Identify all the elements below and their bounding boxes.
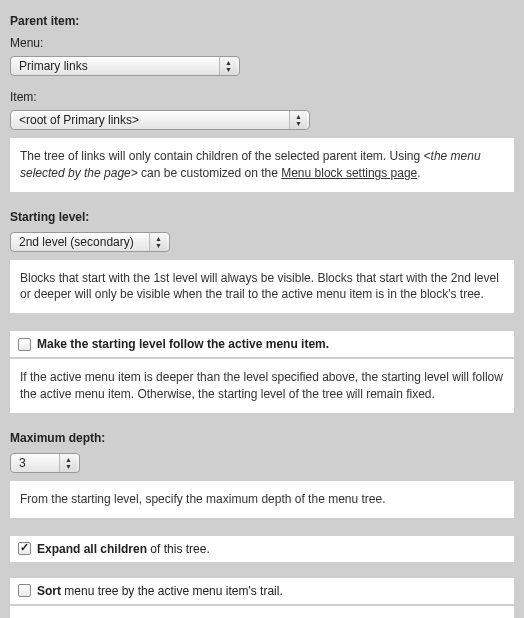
expand-children-checkbox[interactable] — [18, 542, 31, 555]
menu-sublabel: Menu: — [10, 36, 514, 50]
follow-active-label: Make the starting level follow the activ… — [37, 337, 329, 351]
expand-children-row[interactable]: Expand all children of this tree. — [10, 536, 514, 562]
sort-description: Sort each item in the active trail to th… — [10, 606, 514, 618]
updown-icon: ▲▼ — [149, 233, 167, 251]
max-depth-value: 3 — [19, 456, 26, 470]
updown-icon: ▲▼ — [289, 111, 307, 129]
follow-active-checkbox[interactable] — [18, 338, 31, 351]
sort-label: Sort menu tree by the active menu item's… — [37, 584, 283, 598]
sort-checkbox[interactable] — [18, 584, 31, 597]
menu-select-value: Primary links — [19, 59, 88, 73]
sort-row[interactable]: Sort menu tree by the active menu item's… — [10, 578, 514, 604]
parent-item-description: The tree of links will only contain chil… — [10, 138, 514, 192]
item-sublabel: Item: — [10, 90, 514, 104]
updown-icon: ▲▼ — [219, 57, 237, 75]
starting-level-label: Starting level: — [10, 210, 514, 224]
item-select-value: <root of Primary links> — [19, 113, 139, 127]
starting-level-select[interactable]: 2nd level (secondary) ▲▼ — [10, 232, 170, 252]
max-depth-description: From the starting level, specify the max… — [10, 481, 514, 518]
menu-select[interactable]: Primary links ▲▼ — [10, 56, 240, 76]
follow-active-row[interactable]: Make the starting level follow the activ… — [10, 331, 514, 357]
starting-level-description: Blocks that start with the 1st level wil… — [10, 260, 514, 314]
item-select[interactable]: <root of Primary links> ▲▼ — [10, 110, 310, 130]
starting-level-value: 2nd level (secondary) — [19, 235, 134, 249]
max-depth-label: Maximum depth: — [10, 431, 514, 445]
updown-icon: ▲▼ — [59, 454, 77, 472]
parent-item-label: Parent item: — [10, 14, 514, 28]
expand-children-label: Expand all children of this tree. — [37, 542, 210, 556]
follow-active-description: If the active menu item is deeper than t… — [10, 359, 514, 413]
max-depth-select[interactable]: 3 ▲▼ — [10, 453, 80, 473]
menu-block-settings-link[interactable]: Menu block settings page — [281, 166, 417, 180]
